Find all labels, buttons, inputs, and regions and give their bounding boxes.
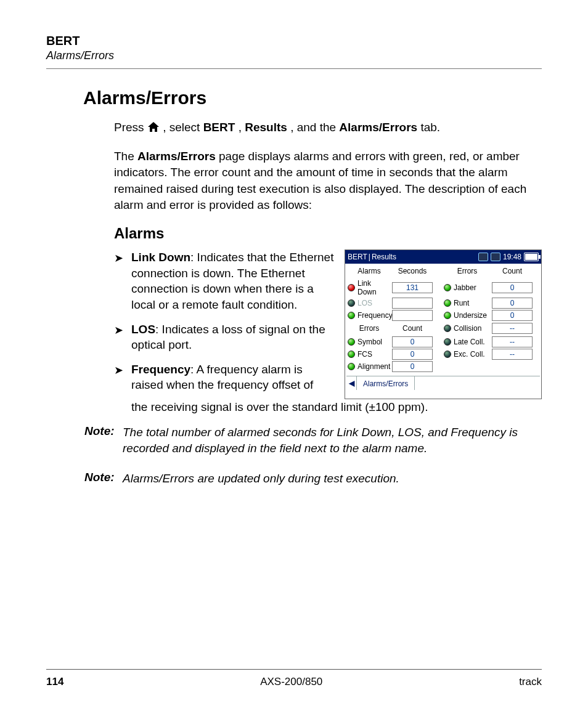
col-errors-l: Errors xyxy=(346,322,392,335)
led-icon xyxy=(444,338,451,346)
note-label: Note: xyxy=(84,424,123,457)
intro-p2-bold: Alarms/Errors xyxy=(137,150,216,163)
value-jabber: 0 xyxy=(492,282,533,293)
alarm-freq-name: Frequency xyxy=(131,363,190,376)
note-2-text: Alarms/Errors are updated only during te… xyxy=(123,471,542,487)
page-footer: 114 AXS-200/850 track xyxy=(46,676,542,688)
note-1: Note: The total number of alarmed second… xyxy=(84,424,542,457)
error-row-jabber: Jabber xyxy=(443,283,492,292)
note-2: Note: Alarms/Errors are updated only dur… xyxy=(84,471,542,487)
header-title: BERT xyxy=(46,34,542,48)
error-row-undersize: Undersize xyxy=(443,311,492,320)
value-link-down: 131 xyxy=(392,282,433,293)
device-table: Alarms Seconds Errors Count Link Down 13… xyxy=(346,265,540,372)
battery-icon xyxy=(524,253,539,261)
card-icon xyxy=(478,253,488,261)
label: Collision xyxy=(454,324,481,333)
intro-ae: Alarms/Errors xyxy=(339,121,417,134)
error-row-symbol: Symbol xyxy=(346,338,392,346)
value-fcs: 0 xyxy=(392,349,433,360)
led-icon xyxy=(348,299,355,307)
label: Link Down xyxy=(357,279,392,296)
error-row-late-coll: Late Coll. xyxy=(443,338,492,346)
led-icon xyxy=(348,284,355,291)
label: LOS xyxy=(357,299,372,307)
error-row-collision: Collision xyxy=(443,324,492,333)
section-title: Alarms/Errors xyxy=(83,87,542,108)
device-crumb-results: Results xyxy=(372,253,396,261)
device-time: 19:48 xyxy=(503,253,521,261)
error-row-runt: Runt xyxy=(443,299,492,307)
product-name: AXS-200/850 xyxy=(260,676,322,688)
device-crumb-bert: BERT xyxy=(348,253,367,261)
label: Symbol xyxy=(357,338,382,346)
header-rule xyxy=(46,68,542,69)
col-errors-r: Errors xyxy=(443,265,492,278)
led-icon xyxy=(444,284,451,291)
intro-block: Press , select BERT , Results , and the … xyxy=(114,120,542,214)
value-exc-coll: -- xyxy=(492,349,533,360)
error-row-fcs: FCS xyxy=(346,350,392,359)
label: Frequency xyxy=(357,311,393,320)
intro-p2-a: The xyxy=(114,150,137,163)
col-seconds: Seconds xyxy=(392,265,433,278)
led-icon xyxy=(348,363,355,370)
intro-bert: BERT xyxy=(203,121,235,134)
value-collision: -- xyxy=(492,323,533,334)
value-alignment: 0 xyxy=(392,361,433,372)
device-titlebar: BERT|Results 19:48 xyxy=(345,250,541,264)
label: Undersize xyxy=(454,311,487,320)
alarm-row-los: LOS xyxy=(346,299,392,307)
page-header: BERT Alarms/Errors xyxy=(46,34,542,69)
device-tabstrip: ◀ Alarms/Errors xyxy=(346,376,540,390)
led-icon xyxy=(348,351,355,358)
label: Jabber xyxy=(454,283,476,292)
value-late-coll: -- xyxy=(492,336,533,347)
alarm-los-text: : Indicates a loss of signal on the opti… xyxy=(131,323,325,352)
label: Late Coll. xyxy=(454,338,485,346)
tab-alarms-errors[interactable]: Alarms/Errors xyxy=(357,376,415,390)
intro-results: Results xyxy=(245,121,287,134)
label: Alignment xyxy=(357,362,390,371)
alarm-row-frequency: Frequency xyxy=(346,311,392,320)
led-icon xyxy=(348,338,355,346)
note-1-text: The total number of alarmed seconds for … xyxy=(123,424,542,457)
alarm-frequency: Frequency: A frequency alarm is raised w… xyxy=(114,362,336,402)
intro-p1-a: Press xyxy=(114,121,147,134)
intro-p1-e: tab. xyxy=(420,121,440,134)
alarm-los: LOS: Indicates a loss of signal on the o… xyxy=(114,322,336,362)
alarms-list: Link Down: Indicates that the Ethernet c… xyxy=(114,249,336,402)
error-row-alignment: Alignment xyxy=(346,362,392,371)
value-frequency xyxy=(392,310,433,321)
page-number: 114 xyxy=(46,676,63,688)
tab-scroll-left-icon[interactable]: ◀ xyxy=(346,376,357,390)
error-row-exc-coll: Exc. Coll. xyxy=(443,350,492,359)
led-icon xyxy=(444,312,451,319)
value-runt: 0 xyxy=(492,298,533,309)
value-los xyxy=(392,298,433,309)
led-icon xyxy=(348,312,355,319)
device-screenshot: BERT|Results 19:48 Alarms Seconds xyxy=(345,249,542,399)
intro-p1-b: , select xyxy=(163,121,203,134)
led-icon xyxy=(444,351,451,358)
intro-p2: The Alarms/Errors page displays alarms a… xyxy=(114,148,542,214)
note-label: Note: xyxy=(84,471,123,487)
intro-p1-d: , and the xyxy=(290,121,339,134)
link-icon xyxy=(491,253,500,261)
label: Runt xyxy=(454,299,469,307)
alarm-link-down: Link Down: Indicates that the Ethernet c… xyxy=(114,249,336,322)
alarm-link-down-name: Link Down xyxy=(131,251,190,264)
intro-p1: Press , select BERT , Results , and the … xyxy=(114,120,542,137)
value-symbol: 0 xyxy=(392,336,433,347)
footer-rule xyxy=(46,669,542,670)
home-icon xyxy=(147,121,160,137)
intro-p1-c: , xyxy=(239,121,245,134)
label: FCS xyxy=(357,350,372,359)
led-icon xyxy=(444,299,451,307)
value-undersize: 0 xyxy=(492,310,533,321)
col-alarms: Alarms xyxy=(346,265,392,278)
alarm-row-link-down: Link Down xyxy=(346,279,392,296)
col-count-l: Count xyxy=(392,322,433,335)
col-count-r: Count xyxy=(492,265,533,278)
alarm-los-name: LOS xyxy=(131,323,155,336)
